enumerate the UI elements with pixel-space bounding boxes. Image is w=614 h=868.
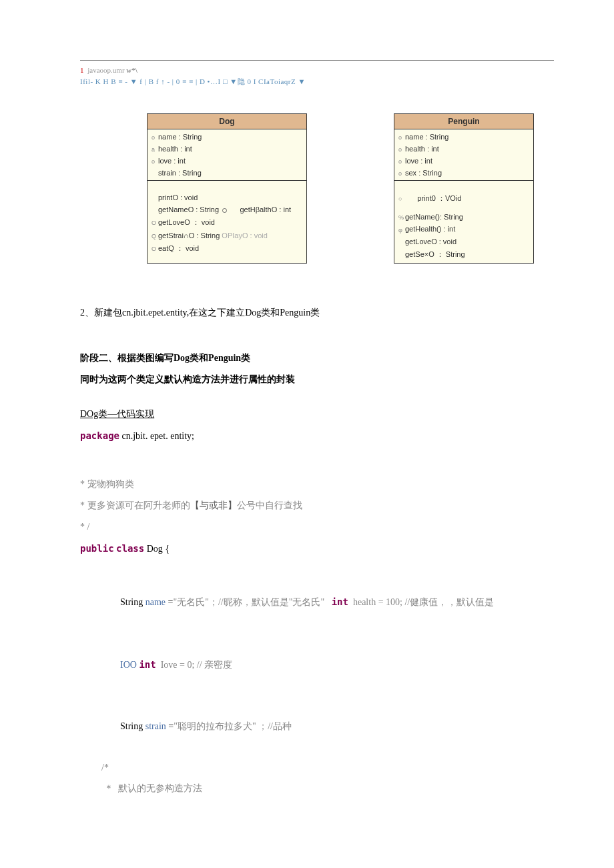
- uml-method-row: getLoveO : void: [397, 236, 531, 248]
- code-line: /*: [101, 758, 554, 779]
- uml-class-dog: Dog oname : String ahealth : int olove :…: [147, 113, 307, 264]
- uml-attr-row: olove : int: [397, 155, 531, 167]
- code-line: IOO int Iove = 0; // 亲密度: [101, 634, 554, 696]
- uml-method-row: printO : void: [150, 191, 304, 203]
- comment-line: * 宠物狗狗类: [80, 475, 554, 494]
- project-suffix: w*\: [126, 66, 137, 74]
- uml-penguin-methods: ○ print0 ：VOid %getName(): String φgetHe…: [394, 181, 533, 262]
- code-line: String strain ="聪明的拉布拉多犬" ；//品种: [101, 696, 554, 757]
- uml-dog-methods: printO : void getNameO : String getHβalt…: [147, 181, 306, 257]
- uml-method-row: getNameO : String getHβalthO : int: [150, 203, 304, 215]
- top-rule: [80, 60, 554, 61]
- dog-impl-heading: DOg类—代码实现: [80, 409, 154, 419]
- code-line: ＊ 默认的无参构造方法: [101, 779, 554, 799]
- project-file: javaoop.umr: [87, 66, 124, 74]
- uml-dog-title: Dog: [147, 114, 306, 129]
- uml-penguin-attrs: oname : String ohealth : int olove : int…: [394, 129, 533, 181]
- uml-attr-row: strain : String: [150, 167, 304, 179]
- uml-diagrams: Dog oname : String ahealth : int olove :…: [80, 113, 554, 264]
- step-2-newpkg: 2、新建包cn.jbit.epet.entity,在这之下建立Dog类和Peng…: [80, 304, 554, 322]
- uml-attr-row: oname : String: [150, 131, 304, 143]
- keyword-class: class: [116, 543, 144, 554]
- keyword-package: package: [80, 430, 119, 441]
- uml-attr-row: oname : String: [397, 131, 531, 143]
- document-body: 2、新建包cn.jbit.epet.entity,在这之下建立Dog类和Peng…: [80, 304, 554, 799]
- uml-attr-row: ahealth : int: [150, 143, 304, 155]
- stage2-subtitle: 同时为这两个类定义默认构造方法并进行属性的封装: [80, 370, 554, 389]
- toolbar-text: Ifil- K H B ≡ - ▼ f | B f ↑ - | 0 ≡ ≡ | …: [80, 77, 306, 85]
- toolbar-symbols: Ifil- K H B ≡ - ▼ f | B f ↑ - | 0 ≡ ≡ | …: [80, 77, 554, 87]
- stage2-title: 阶段二、根据类图编写Dog类和Penguin类: [80, 349, 554, 368]
- uml-method-row: φgetHealth() : int: [397, 223, 531, 235]
- project-path: 1 javaoop.umr w*\: [80, 66, 554, 74]
- line-number: 1: [80, 66, 84, 74]
- uml-method-row: OgetLoveO ： void: [150, 215, 304, 230]
- class-decl-line: public class Dog {: [80, 539, 554, 558]
- code-block: String name ="无名氏"；//昵称，默认值是"无名氏" int he…: [80, 572, 554, 799]
- uml-method-row: OeatQ ： void: [150, 242, 304, 256]
- code-line: String name ="无名氏"；//昵称，默认值是"无名氏" int he…: [101, 572, 554, 634]
- uml-method-row: QgetStrai∩O : String OPIayO : void: [150, 230, 304, 242]
- uml-penguin-title: Penguin: [394, 114, 533, 129]
- uml-attr-row: osex : String: [397, 167, 531, 179]
- uml-method-row: getSe×O ： String: [397, 248, 531, 262]
- uml-class-penguin: Penguin oname : String ohealth : int olo…: [394, 113, 534, 264]
- comment-line: * 更多资源可在阿升老师的【与或非】公号中自行查找: [80, 496, 554, 515]
- comment-line: * /: [80, 518, 554, 536]
- uml-attr-row: ohealth : int: [397, 143, 531, 155]
- uml-method-row: %getName(): String: [397, 211, 531, 223]
- code-package-line: package cn.jbit. epet. entity;: [80, 426, 554, 446]
- uml-dog-attrs: oname : String ahealth : int olove : int…: [147, 129, 306, 181]
- uml-attr-row: olove : int: [150, 155, 304, 167]
- uml-method-row: ○ print0 ：VOid: [397, 191, 531, 205]
- keyword-public: public: [80, 543, 114, 554]
- circle-icon: [222, 208, 227, 213]
